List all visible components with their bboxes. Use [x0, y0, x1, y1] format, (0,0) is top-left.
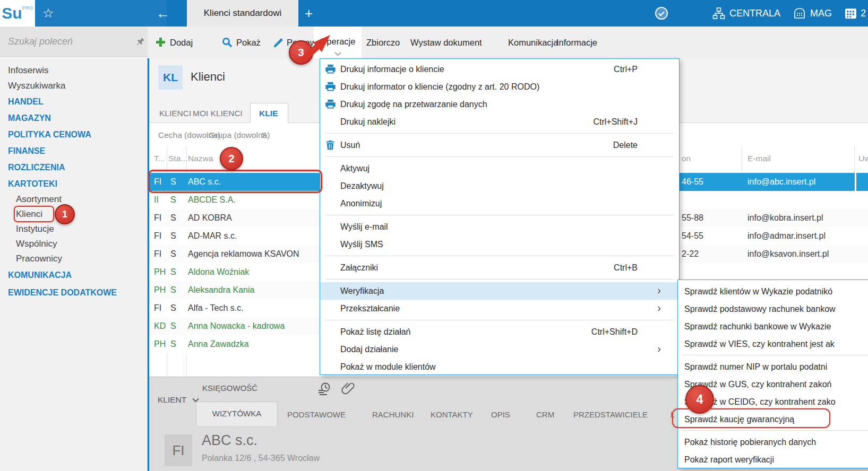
app-logo[interactable]: SuPRO	[0, 0, 35, 27]
col-uwagi[interactable]: Uw	[858, 154, 868, 163]
menu-item-drukuj-informacje[interactable]: Drukuj informacje o kliencie Ctrl+P	[320, 60, 679, 78]
submenu-item-rachunki-bankowe[interactable]: Sprawdź rachunki bankowe w Wykazie	[678, 318, 868, 335]
tab-podstawowe[interactable]: PODSTAWOWE	[287, 407, 346, 423]
menu-item-wyslij-email[interactable]: Wyślij e-mail	[320, 218, 679, 235]
favorite-star-icon[interactable]: ☆	[42, 0, 54, 27]
branch-selector[interactable]: CENTRALA	[712, 0, 780, 27]
cell-email: info@admar.insert.pl	[747, 227, 852, 245]
menu-item-drukuj-zgode[interactable]: Drukuj zgodę na przetwarzanie danych	[320, 95, 679, 113]
information-button[interactable]: Informacje	[556, 27, 597, 58]
submenu-arrow-icon: ›	[657, 299, 661, 317]
history-icon[interactable]	[317, 381, 332, 398]
attachment-icon[interactable]	[341, 381, 355, 398]
col-name[interactable]: Nazwa	[188, 154, 213, 163]
sidebar-item-wspolnicy[interactable]: Wspólnicy	[0, 237, 148, 251]
sidebar-item-label: ROZLICZENIA	[8, 163, 65, 172]
col-status[interactable]: Sta...	[168, 154, 187, 163]
sidebar-item-kartoteki[interactable]: KARTOTEKI	[0, 176, 148, 192]
tab-przedstawiciele[interactable]: PRZEDSTAWICIELE	[573, 407, 648, 423]
col-type[interactable]: T...	[154, 154, 165, 163]
tab-kontakty[interactable]: KONTAKTY	[431, 407, 473, 423]
warehouse-selector[interactable]: MAG	[793, 0, 832, 27]
sidebar-item-label: KOMUNIKACJA	[8, 271, 72, 280]
tab-wizytowka[interactable]: WIZYTÓWKA	[196, 402, 278, 426]
submenu-item-vies[interactable]: Sprawdź w VIES, czy kontrahent jest ak	[678, 335, 868, 353]
cell-status: S	[170, 209, 184, 227]
sidebar-item-asortyment[interactable]: Asortyment	[0, 192, 148, 207]
menu-item-label: Przekształcanie	[340, 304, 400, 313]
tab-opis[interactable]: OPIS	[491, 407, 510, 423]
menu-item-wyslij-sms[interactable]: Wyślij SMS	[320, 235, 679, 253]
sidebar-item-pracownicy[interactable]: Pracownicy	[0, 251, 148, 266]
add-button[interactable]: Dodaj	[170, 27, 193, 58]
annotation-step-2: 2	[220, 147, 243, 170]
submenu-item-historia-danych[interactable]: Pokaż historię pobieranych danych	[678, 433, 868, 451]
calendar-button[interactable]: 2	[844, 0, 866, 27]
sync-status-button[interactable]	[654, 0, 669, 27]
window-tab[interactable]: Klienci standardowi	[187, 0, 298, 27]
sidebar-item-magazyn[interactable]: MAGAZYN	[0, 110, 148, 126]
search-input[interactable]	[0, 36, 133, 48]
cell-type: FI	[154, 227, 169, 245]
submenu-item-label: Sprawdź numer NIP w portalu podatni	[684, 362, 827, 371]
show-button[interactable]: Pokaż	[236, 27, 261, 58]
menu-item-usun[interactable]: Usuń Delete	[320, 136, 679, 154]
communication-button[interactable]: Komunikacja	[508, 27, 558, 58]
issue-document-button[interactable]: Wystaw dokument	[410, 27, 482, 58]
bulk-button[interactable]: Zbiorczo	[366, 27, 400, 58]
menu-item-anonimizuj[interactable]: Anonimizuj	[320, 195, 679, 212]
sidebar-item-ewidencje-dodatkowe[interactable]: EWIDENCJE DODATKOWE	[0, 284, 148, 301]
tab-ksiegowosc[interactable]: KSIĘGOWOŚĆ	[202, 383, 257, 392]
annotation-box-selected-row	[148, 170, 322, 193]
new-tab-button[interactable]: +	[305, 0, 313, 27]
check-circle-icon	[654, 6, 669, 21]
submenu-item-label: Sprawdź podstawowy rachunek bankow	[684, 304, 836, 313]
sidebar-item-label: Wyszukiwarka	[8, 81, 65, 91]
col-phone[interactable]: on	[682, 154, 691, 163]
menu-separator	[320, 276, 679, 282]
page-title: Klienci	[191, 70, 225, 84]
tab-klienci[interactable]: KLIENCI	[159, 104, 191, 123]
menu-item-przeksztalcanie[interactable]: Przekształcanie ›	[320, 300, 679, 317]
sidebar-item-komunikacja[interactable]: KOMUNIKACJA	[0, 266, 148, 284]
menu-item-dezaktywuj[interactable]: Dezaktywuj	[320, 177, 679, 195]
sidebar-item-handel[interactable]: HANDEL	[0, 93, 148, 110]
tab-rachunki[interactable]: RACHUNKI	[372, 407, 414, 423]
sidebar-item-polityka-cenowa[interactable]: POLITYKA CENOWA	[0, 126, 148, 143]
back-arrow-icon[interactable]: ←	[156, 0, 170, 27]
sidebar-item-wyszukiwarka[interactable]: Wyszukiwarka	[0, 78, 148, 93]
client-address: Polanka 12/6 , 54-365 Wrocław	[202, 453, 320, 463]
menu-item-label: Drukuj naklejki	[340, 117, 396, 126]
filter-status[interactable]: S	[261, 130, 267, 140]
sidebar-item-infoserwis[interactable]: Infoserwis	[0, 63, 148, 78]
client-section-dropdown[interactable]: KLIENT	[158, 395, 199, 405]
menu-item-aktywuj[interactable]: Aktywuj	[320, 160, 679, 177]
submenu-item-raport-weryfikacji[interactable]: Pokaż raport weryfikacji	[678, 451, 868, 468]
tab-crm[interactable]: CRM	[536, 407, 554, 423]
tab-moi-klienci[interactable]: MOI KLIENCI	[193, 104, 243, 123]
org-chart-icon	[712, 7, 725, 20]
active-detail-tab-label: WIZYTÓWKA	[196, 402, 277, 425]
menu-separator	[678, 428, 868, 433]
menu-item-label: Usuń	[340, 141, 360, 150]
sidebar-item-instytucje[interactable]: Instytucje	[0, 222, 148, 237]
weryfikacja-submenu: Sprawdź klientów w Wykazie podatnikó Spr…	[677, 280, 868, 468]
menu-item-drukuj-naklejki[interactable]: Drukuj naklejki Ctrl+Shift+J	[320, 113, 679, 130]
col-email[interactable]: E-mail	[747, 154, 771, 163]
menu-item-dodaj-dzialanie[interactable]: Dodaj działanie ›	[320, 341, 679, 358]
module-badge: KL	[158, 65, 183, 90]
tab-klienci-standardowi[interactable]: KLIE	[250, 103, 288, 123]
menu-item-zalaczniki[interactable]: Załączniki Ctrl+B	[320, 259, 679, 276]
menu-item-pokaz-liste-dzialan[interactable]: Pokaż listę działań Ctrl+Shift+D	[320, 323, 679, 341]
submenu-item-nip[interactable]: Sprawdź numer NIP w portalu podatni	[678, 358, 868, 376]
command-search	[0, 27, 148, 57]
menu-item-weryfikacja[interactable]: Weryfikacja ›	[320, 282, 679, 300]
sidebar-item-finanse[interactable]: FINANSE	[0, 143, 148, 159]
menu-item-label: Wyślij SMS	[340, 240, 383, 249]
menu-item-pokaz-w-module[interactable]: Pokaż w module klientów	[320, 358, 679, 376]
submenu-item-wykaz-podatnikow[interactable]: Sprawdź klientów w Wykazie podatnikó	[678, 283, 868, 300]
sidebar-item-rozliczenia[interactable]: ROZLICZENIA	[0, 159, 148, 176]
menu-item-drukuj-informator[interactable]: Drukuj informator o kliencie (zgodny z a…	[320, 78, 679, 95]
pin-icon[interactable]	[133, 37, 148, 46]
submenu-item-podstawowy-rachunek[interactable]: Sprawdź podstawowy rachunek bankow	[678, 300, 868, 318]
